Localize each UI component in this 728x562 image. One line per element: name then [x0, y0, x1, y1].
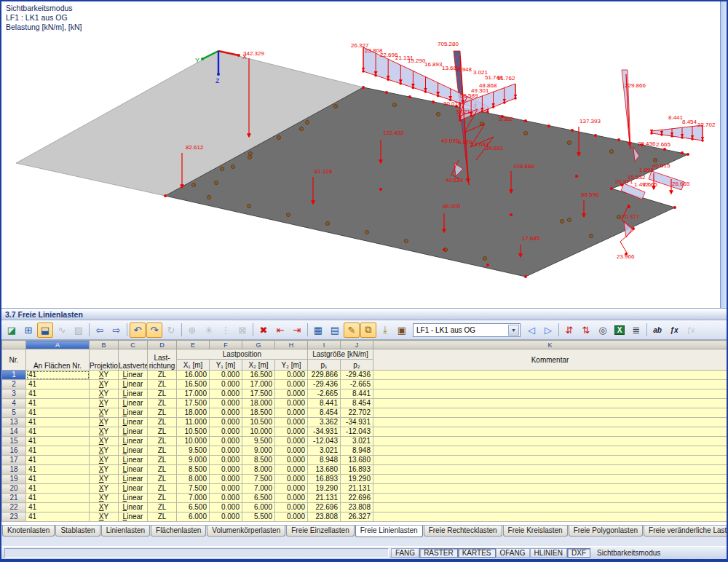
cell[interactable]: 0.000 [275, 371, 308, 380]
renumber-icon[interactable]: ⇅ [578, 322, 594, 338]
cell[interactable] [373, 389, 727, 399]
cell[interactable]: 7.000 [177, 494, 210, 503]
cell[interactable]: 13.680 [341, 456, 373, 465]
cell[interactable]: 8.454 [341, 399, 373, 408]
cell[interactable]: 41 [26, 456, 90, 465]
cell[interactable]: 0.000 [210, 427, 242, 437]
row-number[interactable]: 19 [2, 475, 26, 484]
cell[interactable] [373, 465, 727, 475]
row-number[interactable]: 17 [2, 456, 26, 465]
cell[interactable]: 0.000 [275, 465, 308, 475]
cell[interactable]: Linear [119, 408, 148, 418]
cell[interactable]: Linear [119, 484, 148, 494]
cell[interactable]: 41 [26, 503, 90, 512]
cell[interactable]: XY [90, 427, 119, 437]
cell[interactable]: 17.500 [177, 399, 210, 408]
cell[interactable]: Linear [119, 456, 148, 465]
cell[interactable]: 0.000 [275, 437, 308, 446]
next-table-icon[interactable]: ⇨ [108, 322, 124, 338]
cell[interactable]: 19.290 [341, 475, 373, 484]
tab-freie-polygonlasten[interactable]: Freie Polygonlasten [569, 526, 643, 537]
row-number[interactable]: 21 [2, 494, 26, 503]
tab-volumenkörperlasten[interactable]: Volumenkörperlasten [207, 526, 285, 537]
cell[interactable]: ZL [148, 389, 177, 399]
cell[interactable]: 41 [26, 494, 90, 503]
cell[interactable]: 6.500 [177, 503, 210, 512]
prev-table-icon[interactable]: ⇦ [92, 322, 108, 338]
cell[interactable]: 41 [26, 465, 90, 475]
apply-load-icon[interactable]: ⤓ [377, 322, 393, 338]
cell[interactable]: 18.000 [177, 408, 210, 418]
row-number[interactable]: 16 [2, 446, 26, 456]
cell[interactable]: 7.000 [242, 484, 275, 494]
cell[interactable]: 8.500 [242, 456, 275, 465]
cell[interactable]: -29.436 [341, 371, 373, 380]
cell[interactable]: 11.000 [177, 418, 210, 427]
cell[interactable]: 0.000 [210, 456, 242, 465]
cell[interactable]: 0.000 [275, 512, 308, 522]
cell[interactable]: 17.000 [242, 380, 275, 389]
cell[interactable]: 23.808 [308, 512, 341, 522]
cell[interactable]: 0.000 [210, 389, 242, 399]
row-number[interactable]: 1 [2, 371, 26, 380]
cell[interactable]: 22.696 [308, 503, 341, 512]
cell[interactable]: 0.000 [275, 475, 308, 484]
cell[interactable]: 6.500 [242, 494, 275, 503]
cell[interactable]: 41 [26, 371, 90, 380]
cell[interactable]: Linear [119, 465, 148, 475]
tab-freie-rechtecklasten[interactable]: Freie Rechtecklasten [424, 526, 502, 537]
tab-stablasten[interactable]: Stablasten [55, 526, 100, 537]
edit-dialog-icon[interactable]: ✎ [344, 322, 360, 338]
cell[interactable]: 3.021 [341, 437, 373, 446]
cell[interactable]: 41 [26, 427, 90, 437]
cell[interactable]: 8.000 [242, 465, 275, 475]
cell[interactable]: 0.000 [210, 408, 242, 418]
cell[interactable]: 41 [26, 446, 90, 456]
cell[interactable]: XY [90, 503, 119, 512]
column-letter-K[interactable]: K [373, 341, 727, 349]
cell[interactable]: Linear [119, 503, 148, 512]
delete-column-icon[interactable]: ⇤ [272, 322, 288, 338]
column-letter-A[interactable]: A [26, 341, 90, 349]
cell[interactable]: 0.000 [275, 418, 308, 427]
paste-row-icon[interactable]: ⋮ [218, 322, 234, 338]
cell[interactable]: 10.500 [242, 418, 275, 427]
cell[interactable]: 18.000 [242, 399, 275, 408]
cell[interactable]: Linear [119, 427, 148, 437]
row-number[interactable]: 3 [2, 389, 26, 399]
cell[interactable]: 0.000 [210, 512, 242, 522]
table-split-icon[interactable]: ▤ [327, 322, 343, 338]
tab-linienlasten[interactable]: Linienlasten [101, 526, 150, 537]
cell[interactable]: 13.680 [308, 465, 341, 475]
cell[interactable] [373, 371, 727, 380]
cell[interactable]: 6.000 [242, 503, 275, 512]
cell[interactable]: 3.362 [308, 418, 341, 427]
cell[interactable]: XY [90, 494, 119, 503]
table-graphic-sync-icon[interactable]: ◪ [4, 322, 20, 338]
tab-freie-linienlasten[interactable]: Freie Linienlasten [355, 526, 423, 537]
cell[interactable] [373, 380, 727, 389]
view-options-icon[interactable]: ◎ [595, 322, 611, 338]
cell[interactable]: 0.000 [210, 475, 242, 484]
cell[interactable] [373, 512, 727, 522]
cell[interactable]: 0.000 [275, 446, 308, 456]
cell[interactable]: Linear [119, 399, 148, 408]
status-toggle-dxf[interactable]: DXF [567, 548, 590, 558]
column-letter-C[interactable]: C [119, 341, 148, 349]
cell[interactable]: 229.866 [308, 371, 341, 380]
table-view-icon[interactable]: ⬓ [37, 322, 53, 338]
cell[interactable]: 0.000 [210, 494, 242, 503]
cell[interactable]: 0.000 [210, 418, 242, 427]
cell[interactable] [373, 456, 727, 465]
cell[interactable]: 22.702 [341, 408, 373, 418]
cell[interactable] [373, 503, 727, 512]
cell[interactable]: ZL [148, 456, 177, 465]
loadcase-combo[interactable]: LF1 - LK1 aus OG▼ [413, 323, 521, 337]
cell[interactable]: 21.131 [341, 484, 373, 494]
table-insert-icon[interactable]: ⊞ [20, 322, 36, 338]
cell[interactable]: 16.893 [308, 475, 341, 484]
cell[interactable]: ZL [148, 371, 177, 380]
copy-row-icon[interactable]: ✳ [201, 322, 217, 338]
cell[interactable]: 0.000 [210, 484, 242, 494]
cell[interactable]: 0.000 [275, 427, 308, 437]
